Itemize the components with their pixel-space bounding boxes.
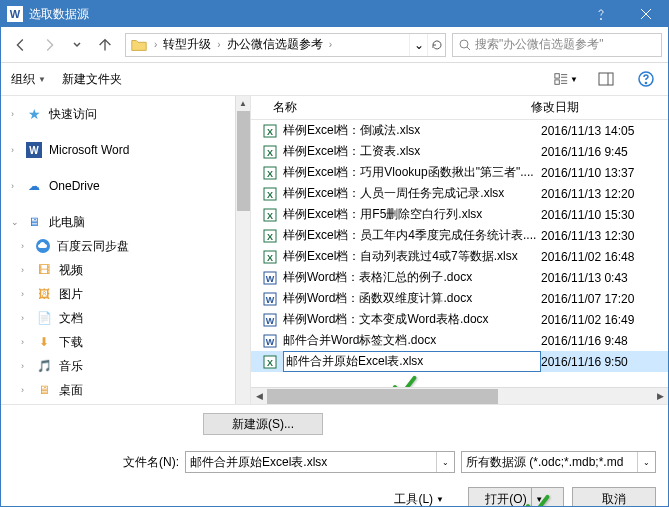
scroll-left-icon[interactable]: ◀ bbox=[251, 391, 267, 401]
forward-button[interactable] bbox=[36, 32, 62, 58]
svg-text:X: X bbox=[267, 148, 273, 158]
sidebar-item-desktop[interactable]: ›🖥桌面 bbox=[1, 378, 250, 402]
excel-file-icon: X bbox=[261, 249, 279, 265]
search-input[interactable]: 搜索"办公微信选题参考" bbox=[452, 33, 662, 57]
filter-value: 所有数据源 (*.odc;*.mdb;*.md bbox=[466, 454, 623, 471]
scroll-right-icon[interactable]: ▶ bbox=[652, 391, 668, 401]
sidebar-item-documents[interactable]: ›📄文档 bbox=[1, 306, 250, 330]
sidebar-item-quick-access[interactable]: ›★快速访问 bbox=[1, 102, 250, 126]
excel-file-icon: X bbox=[261, 144, 279, 160]
file-name: 样例Excel档：员工年内4季度完成任务统计表.... bbox=[283, 227, 541, 244]
svg-text:W: W bbox=[266, 295, 275, 305]
file-name: 邮件合并Word标签文档.docx bbox=[283, 332, 541, 349]
new-source-button[interactable]: 新建源(S)... bbox=[203, 413, 323, 435]
close-button[interactable] bbox=[623, 1, 668, 27]
filetype-filter[interactable]: 所有数据源 (*.odc;*.mdb;*.md ⌄ bbox=[461, 451, 656, 473]
svg-text:X: X bbox=[267, 190, 273, 200]
file-row[interactable]: W样例Word档：文本变成Word表格.docx2016/11/02 16:49 bbox=[251, 309, 668, 330]
documents-icon: 📄 bbox=[35, 309, 53, 327]
file-row[interactable]: X样例Excel档：巧用Vlookup函数揪出"第三者"....2016/11/… bbox=[251, 162, 668, 183]
file-row[interactable]: X样例Excel档：工资表.xlsx2016/11/16 9:45 bbox=[251, 141, 668, 162]
file-list: X样例Excel档：倒减法.xlsx2016/11/13 14:05X样例Exc… bbox=[251, 120, 668, 387]
up-button[interactable] bbox=[92, 32, 118, 58]
svg-point-1 bbox=[460, 40, 468, 48]
sidebar-item-this-pc[interactable]: ⌄🖥此电脑 bbox=[1, 210, 250, 234]
word-file-icon: W bbox=[261, 312, 279, 328]
word-file-icon: W bbox=[261, 291, 279, 307]
sidebar-item-onedrive[interactable]: ›☁OneDrive bbox=[1, 174, 250, 198]
filter-dropdown-icon[interactable]: ⌄ bbox=[637, 452, 655, 472]
new-folder-button[interactable]: 新建文件夹 bbox=[62, 71, 122, 88]
file-name: 样例Excel档：自动列表跳过4或7等数据.xlsx bbox=[283, 248, 541, 265]
back-button[interactable] bbox=[8, 32, 34, 58]
breadcrumb-dropdown[interactable]: ⌄ bbox=[409, 34, 427, 56]
file-name: 样例Word档：函数双维度计算.docx bbox=[283, 290, 541, 307]
cancel-button[interactable]: 取消 bbox=[572, 487, 656, 507]
file-row[interactable]: X样例Excel档：员工年内4季度完成任务统计表....2016/11/13 1… bbox=[251, 225, 668, 246]
breadcrumb-level2[interactable]: 办公微信选题参考 bbox=[227, 36, 323, 53]
file-date: 2016/11/16 9:50 bbox=[541, 355, 668, 369]
folder-icon bbox=[130, 36, 148, 54]
breadcrumb-bar[interactable]: › 转型升级 › 办公微信选题参考 › ⌄ bbox=[125, 33, 446, 57]
tools-menu[interactable]: 工具(L)▼ bbox=[394, 491, 444, 508]
preview-pane-button[interactable] bbox=[594, 67, 618, 91]
file-name: 样例Excel档：用F5删除空白行列.xlsx bbox=[283, 206, 541, 223]
scroll-thumb[interactable] bbox=[237, 111, 250, 211]
file-date: 2016/11/13 12:30 bbox=[541, 229, 668, 243]
pictures-icon: 🖼 bbox=[35, 285, 53, 303]
svg-text:X: X bbox=[267, 211, 273, 221]
filename-dropdown-icon[interactable]: ⌄ bbox=[436, 452, 454, 472]
column-name[interactable]: 名称 bbox=[251, 99, 531, 116]
file-row[interactable]: X邮件合并原始Excel表.xlsx2016/11/16 9:50 bbox=[251, 351, 668, 372]
svg-point-0 bbox=[600, 19, 601, 20]
cloud-icon: ☁ bbox=[25, 177, 43, 195]
file-name: 邮件合并原始Excel表.xlsx bbox=[283, 351, 541, 372]
filename-input[interactable]: 邮件合并原始Excel表.xlsx ⌄ bbox=[185, 451, 455, 473]
sidebar-item-music[interactable]: ›🎵音乐 bbox=[1, 354, 250, 378]
file-date: 2016/11/16 9:48 bbox=[541, 334, 668, 348]
scroll-up-icon[interactable]: ▲ bbox=[236, 96, 250, 110]
hscroll-thumb[interactable] bbox=[267, 389, 498, 404]
excel-file-icon: X bbox=[261, 228, 279, 244]
open-button[interactable]: 打开(O) ▼ bbox=[468, 487, 564, 507]
open-dropdown-icon[interactable]: ▼ bbox=[531, 488, 547, 507]
dialog-title: 选取数据源 bbox=[29, 6, 578, 23]
file-row[interactable]: W样例Word档：函数双维度计算.docx2016/11/07 17:20 bbox=[251, 288, 668, 309]
sidebar-item-downloads[interactable]: ›⬇下载 bbox=[1, 330, 250, 354]
file-row[interactable]: X样例Excel档：倒减法.xlsx2016/11/13 14:05 bbox=[251, 120, 668, 141]
refresh-button[interactable] bbox=[427, 34, 445, 56]
svg-text:X: X bbox=[267, 232, 273, 242]
column-date[interactable]: 修改日期 bbox=[531, 99, 668, 116]
file-row[interactable]: X样例Excel档：人员一周任务完成记录.xlsx2016/11/13 12:2… bbox=[251, 183, 668, 204]
help-button[interactable] bbox=[578, 1, 623, 27]
file-list-header[interactable]: 名称 修改日期 bbox=[251, 96, 668, 120]
organize-menu[interactable]: 组织▼ bbox=[11, 71, 46, 88]
svg-text:W: W bbox=[266, 274, 275, 284]
file-date: 2016/11/13 14:05 bbox=[541, 124, 668, 138]
sidebar-item-pictures[interactable]: ›🖼图片 bbox=[1, 282, 250, 306]
svg-rect-2 bbox=[555, 74, 559, 78]
recent-dropdown[interactable] bbox=[64, 32, 90, 58]
file-row[interactable]: W样例Word档：表格汇总的例子.docx2016/11/13 0:43 bbox=[251, 267, 668, 288]
sidebar-scrollbar[interactable]: ▲ bbox=[235, 96, 250, 404]
view-menu-button[interactable]: ▼ bbox=[554, 67, 578, 91]
filename-label: 文件名(N): bbox=[123, 454, 179, 471]
sidebar-item-baidu[interactable]: ›百度云同步盘 bbox=[1, 234, 250, 258]
word-app-icon: W bbox=[7, 6, 23, 22]
sidebar-item-videos[interactable]: ›🎞视频 bbox=[1, 258, 250, 282]
file-row[interactable]: X样例Excel档：自动列表跳过4或7等数据.xlsx2016/11/02 16… bbox=[251, 246, 668, 267]
file-date: 2016/11/16 9:45 bbox=[541, 145, 668, 159]
breadcrumb-level1[interactable]: 转型升级 bbox=[163, 36, 211, 53]
file-name: 样例Excel档：巧用Vlookup函数揪出"第三者".... bbox=[283, 164, 541, 181]
help-icon[interactable] bbox=[634, 67, 658, 91]
svg-point-6 bbox=[645, 82, 646, 83]
file-row[interactable]: X样例Excel档：用F5删除空白行列.xlsx2016/11/10 15:30 bbox=[251, 204, 668, 225]
navigation-sidebar: ›★快速访问 ›WMicrosoft Word ›☁OneDrive ⌄🖥此电脑… bbox=[1, 96, 251, 404]
chevron-right-icon: › bbox=[329, 39, 332, 50]
file-name: 样例Word档：文本变成Word表格.docx bbox=[283, 311, 541, 328]
sidebar-item-word[interactable]: ›WMicrosoft Word bbox=[1, 138, 250, 162]
word-file-icon: W bbox=[261, 270, 279, 286]
file-row[interactable]: W邮件合并Word标签文档.docx2016/11/16 9:48 bbox=[251, 330, 668, 351]
horizontal-scrollbar[interactable]: ◀ ▶ bbox=[251, 387, 668, 404]
svg-text:W: W bbox=[266, 337, 275, 347]
